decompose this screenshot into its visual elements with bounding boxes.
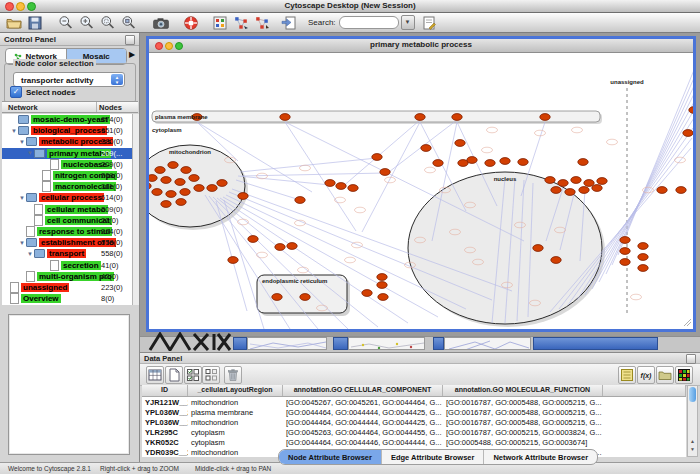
- graph-node[interactable]: [181, 167, 191, 174]
- table-cell[interactable]: mitochondrion: [188, 418, 283, 427]
- tree-row[interactable]: secretion41(0): [2, 259, 132, 270]
- table-cell[interactable]: [GO:0016787, GO:0005488, GO:0005215, G..…: [443, 418, 603, 427]
- background-window[interactable]: [247, 337, 327, 350]
- graph-node[interactable]: [558, 180, 568, 187]
- tree-row[interactable]: nitrogen compo209(0): [2, 170, 132, 181]
- table-cell[interactable]: [GO:0016787, GO:0005488, GO:0005215, G..…: [443, 408, 603, 417]
- tree-row-label[interactable]: unassigned: [21, 283, 69, 292]
- table-cell[interactable]: mitochondrion: [188, 448, 283, 457]
- graph-node[interactable]: [433, 160, 443, 167]
- graph-node[interactable]: [592, 185, 602, 192]
- tree-row[interactable]: nucleobase-209(0): [2, 159, 132, 170]
- tree-row[interactable]: ▼primary metabo209(...: [2, 148, 132, 159]
- more-tabs-arrow-icon[interactable]: ▶: [129, 50, 135, 59]
- table-column-header[interactable]: annotation.GO CELLULAR_COMPONENT: [283, 385, 443, 396]
- tree-row-label[interactable]: transport: [47, 249, 86, 258]
- table-cell[interactable]: YDR039C__1: [142, 448, 188, 457]
- network-window-titlebar[interactable]: primary metabolic process: [149, 39, 693, 53]
- table-cell[interactable]: [GO:0005488, GO:0005215, GO:0003674]: [443, 438, 603, 447]
- graph-node[interactable]: [362, 290, 372, 297]
- tree-expander-icon[interactable]: ▼: [26, 150, 34, 156]
- graph-node[interactable]: [336, 183, 346, 190]
- tree-row[interactable]: cellular metabo209(0): [2, 204, 132, 215]
- graph-node[interactable]: [168, 162, 178, 169]
- table-cell[interactable]: YPL036W__2: [142, 408, 188, 417]
- graph-node[interactable]: [551, 187, 561, 194]
- tab-edge-attribute-browser[interactable]: Edge Attribute Browser: [381, 450, 483, 464]
- table-row[interactable]: YJR121W__1mitochondrion[GO:0045267, GO:0…: [142, 397, 686, 407]
- scrollbar-thumb[interactable]: [689, 387, 696, 402]
- graph-node[interactable]: [452, 114, 462, 121]
- table-cell[interactable]: cytoplasm: [188, 438, 283, 447]
- graph-node[interactable]: [676, 187, 686, 194]
- search-input[interactable]: [339, 16, 399, 29]
- background-window[interactable]: [233, 337, 247, 350]
- table-cell[interactable]: YPL036W__1: [142, 418, 188, 427]
- region-plasma-membrane[interactable]: [152, 111, 600, 122]
- heatmap-icon[interactable]: [675, 366, 693, 384]
- graph-node[interactable]: [272, 294, 282, 301]
- table-row[interactable]: YPL036W__1mitochondrion[GO:0044464, GO:0…: [142, 417, 686, 427]
- node-color-dropdown[interactable]: transporter activity ▲▼: [13, 72, 125, 87]
- scroll-down-icon[interactable]: ▼: [689, 446, 696, 453]
- table-row[interactable]: YKR052Ccytoplasm[GO:0044464, GO:0044446,…: [142, 437, 686, 447]
- close-window-icon[interactable]: [5, 2, 14, 11]
- graph-node[interactable]: [207, 185, 217, 192]
- graph-node[interactable]: [638, 254, 648, 261]
- graph-node[interactable]: [533, 245, 543, 252]
- graph-node[interactable]: [584, 180, 594, 187]
- tree-row[interactable]: ▼biological_process651(0): [2, 125, 132, 136]
- tree-scrollbar[interactable]: [132, 114, 139, 305]
- graph-node[interactable]: [161, 177, 171, 184]
- tab-node-attribute-browser[interactable]: Node Attribute Browser: [279, 450, 381, 464]
- zoom-out-icon[interactable]: [58, 15, 74, 31]
- scroll-up-icon[interactable]: ▲: [689, 438, 696, 445]
- graph-node[interactable]: [500, 158, 510, 165]
- tree-row-label[interactable]: biological_process: [31, 126, 107, 135]
- graph-node[interactable]: [149, 175, 157, 182]
- open-session-icon[interactable]: [6, 15, 22, 31]
- graph-node[interactable]: [248, 236, 258, 243]
- graph-node[interactable]: [571, 177, 581, 184]
- graph-node[interactable]: [620, 259, 630, 266]
- table-cell[interactable]: [GO:0044464, GO:0044444, GO:0044425, G..…: [283, 418, 443, 427]
- table-column-header[interactable]: _cellularLayoutRegion: [188, 385, 283, 396]
- graph-node[interactable]: [295, 197, 305, 204]
- graph-node[interactable]: [467, 157, 477, 164]
- float-panel-icon[interactable]: [125, 35, 135, 45]
- tree-row[interactable]: mosaic-demo-yeast874(0): [2, 114, 132, 125]
- close-window-icon[interactable]: [155, 42, 163, 50]
- help-lifering-icon[interactable]: [183, 15, 199, 31]
- graph-node[interactable]: [166, 191, 176, 198]
- graph-node[interactable]: [620, 237, 630, 244]
- graph-node[interactable]: [161, 201, 171, 208]
- table-cell[interactable]: [GO:0045263, GO:0044464, GO:0044455, G..…: [283, 428, 443, 437]
- table-row[interactable]: YPL036W__2plasma membrane[GO:0044464, GO…: [142, 407, 686, 417]
- graph-node[interactable]: [551, 257, 561, 264]
- table-cell[interactable]: YKR052C: [142, 438, 188, 447]
- tree-row-label[interactable]: cellular metabo: [45, 205, 108, 214]
- background-window[interactable]: [333, 337, 348, 350]
- zoom-window-icon[interactable]: [175, 42, 183, 50]
- tree-row[interactable]: response to stimul264(0): [2, 226, 132, 237]
- tree-row-label[interactable]: secretion: [61, 261, 101, 270]
- graph-node[interactable]: [421, 145, 431, 152]
- birdseye-view[interactable]: [8, 314, 130, 455]
- table-cell[interactable]: YLR295C: [142, 428, 188, 437]
- tree-expander-icon[interactable]: ▼: [18, 139, 26, 145]
- graph-node[interactable]: [380, 169, 390, 176]
- graph-node[interactable]: [176, 199, 186, 206]
- export-network-icon[interactable]: [254, 15, 270, 31]
- attribute-list-icon[interactable]: [618, 366, 636, 384]
- table-cell[interactable]: [GO:0044464, GO:0044444, GO:0044425, G..…: [283, 408, 443, 417]
- tree-expander-icon[interactable]: ▼: [10, 128, 18, 134]
- graph-node[interactable]: [325, 180, 335, 187]
- minimize-window-icon[interactable]: [165, 42, 173, 50]
- table-column-header[interactable]: [603, 385, 686, 396]
- graph-node[interactable]: [415, 114, 425, 121]
- tree-row[interactable]: ▼metabolic process280(0): [2, 136, 132, 147]
- graph-node[interactable]: [238, 193, 248, 200]
- tree-expander-icon[interactable]: ▼: [26, 251, 34, 257]
- tree-row[interactable]: ▼establishment of lo558(0): [2, 237, 132, 248]
- graph-node[interactable]: [378, 294, 388, 301]
